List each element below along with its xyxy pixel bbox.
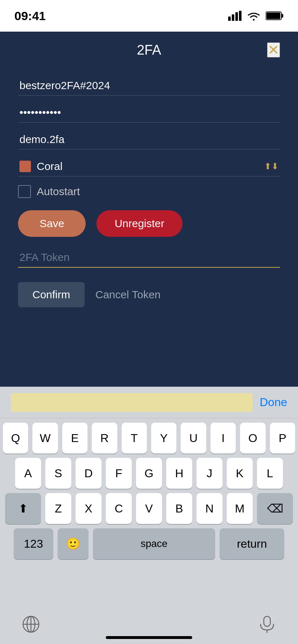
page-title: 2FA (137, 42, 161, 58)
key-o[interactable]: O (240, 423, 265, 454)
unregister-button[interactable]: Unregister (96, 210, 182, 237)
key-m[interactable]: M (227, 493, 253, 524)
color-label: Coral (37, 160, 264, 172)
key-row-1: Q W E R T Y U I O P (3, 423, 295, 454)
bottom-bar (0, 604, 298, 644)
key-t[interactable]: T (122, 423, 147, 454)
color-select[interactable]: Coral ⬆⬇ (18, 157, 280, 176)
battery-icon (266, 11, 284, 20)
autostart-row[interactable]: Autostart (18, 184, 280, 199)
microphone-icon[interactable] (258, 615, 276, 634)
key-n[interactable]: N (197, 493, 222, 524)
key-c[interactable]: C (106, 493, 132, 524)
key-k[interactable]: K (227, 458, 253, 489)
key-e[interactable]: E (62, 423, 87, 454)
confirm-cancel-row: Confirm Cancel Token (18, 282, 280, 307)
autostart-label: Autostart (37, 185, 80, 198)
key-a[interactable]: A (15, 458, 41, 489)
domain-input[interactable] (18, 130, 280, 150)
wifi-icon (247, 11, 261, 21)
key-row-4: 123 🙂 space return (3, 528, 295, 559)
password-input[interactable] (18, 103, 280, 123)
key-d[interactable]: D (76, 458, 101, 489)
keyboard-area: Done Q W E R T Y U I O P A S D F G H J K… (0, 387, 298, 644)
confirm-button[interactable]: Confirm (18, 282, 85, 307)
key-z[interactable]: Z (45, 493, 71, 524)
key-row-2: A S D F G H J K L (3, 458, 295, 489)
done-button[interactable]: Done (260, 396, 288, 409)
numbers-key[interactable]: 123 (14, 528, 53, 559)
key-w[interactable]: W (32, 423, 58, 454)
key-f[interactable]: F (106, 458, 132, 489)
cancel-token-button[interactable]: Cancel Token (85, 282, 171, 307)
status-bar: 09:41 (0, 0, 298, 32)
emoji-key[interactable]: 🙂 (58, 528, 89, 559)
space-key[interactable]: space (93, 528, 215, 559)
svg-rect-11 (264, 616, 270, 626)
autostart-checkbox[interactable] (18, 185, 31, 198)
key-row-3: ⬆ Z X C V B N M ⌫ (3, 493, 295, 524)
svg-rect-1 (232, 14, 234, 21)
key-g[interactable]: G (136, 458, 162, 489)
color-swatch (19, 161, 31, 172)
keyboard-toolbar: Done (0, 387, 298, 418)
svg-rect-3 (239, 11, 241, 21)
action-buttons: Save Unregister (18, 210, 280, 237)
key-i[interactable]: I (211, 423, 236, 454)
key-b[interactable]: B (166, 493, 192, 524)
key-x[interactable]: X (76, 493, 101, 524)
key-h[interactable]: H (166, 458, 192, 489)
key-l[interactable]: L (257, 458, 283, 489)
toolbar-input-preview (11, 393, 253, 412)
header: 2FA ✕ (18, 42, 280, 58)
username-input[interactable] (18, 76, 280, 96)
backspace-key[interactable]: ⌫ (257, 493, 293, 524)
key-r[interactable]: R (92, 423, 117, 454)
app-area: 2FA ✕ document.querySelector('[data-name… (0, 32, 298, 387)
status-icons (228, 11, 284, 21)
key-u[interactable]: U (181, 423, 206, 454)
key-p[interactable]: P (270, 423, 295, 454)
key-v[interactable]: V (136, 493, 162, 524)
close-button[interactable]: ✕ (267, 42, 280, 58)
token-input[interactable] (18, 248, 280, 268)
key-j[interactable]: J (197, 458, 222, 489)
form-container: document.querySelector('[data-name="user… (18, 76, 280, 307)
select-arrows-icon: ⬆⬇ (264, 161, 279, 171)
signal-icon (228, 11, 242, 21)
svg-rect-5 (281, 14, 283, 18)
save-button[interactable]: Save (18, 210, 86, 237)
svg-rect-0 (228, 17, 231, 21)
shift-key[interactable]: ⬆ (5, 493, 41, 524)
home-indicator (106, 636, 192, 639)
key-s[interactable]: S (45, 458, 71, 489)
status-time: 09:41 (14, 9, 46, 23)
svg-rect-6 (266, 13, 280, 19)
key-q[interactable]: Q (3, 423, 28, 454)
svg-rect-2 (235, 12, 238, 21)
keyboard-rows: Q W E R T Y U I O P A S D F G H J K L ⬆ … (0, 418, 298, 604)
return-key[interactable]: return (220, 528, 284, 559)
globe-icon[interactable] (22, 615, 40, 634)
key-y[interactable]: Y (151, 423, 176, 454)
